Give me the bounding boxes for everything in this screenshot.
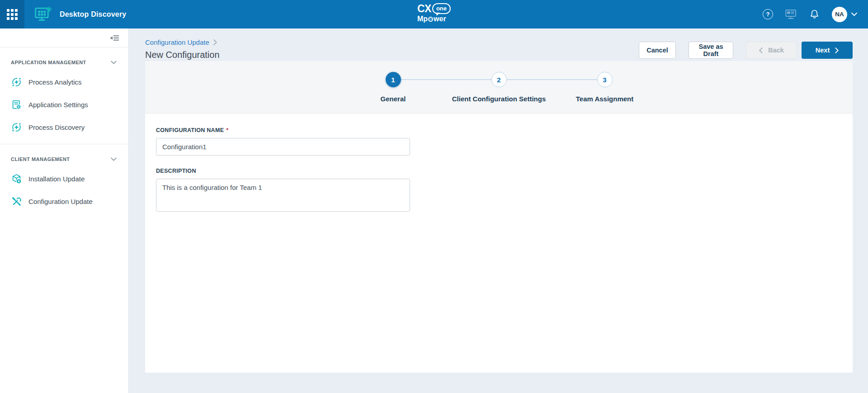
- topbar-actions: ? NA: [763, 7, 868, 22]
- notifications-button[interactable]: [809, 9, 820, 20]
- sidebar-item-process-analytics[interactable]: Process Analytics: [0, 71, 128, 93]
- sidebar-item-label: Configuration Update: [28, 198, 93, 205]
- stepper: 1 General 2 Client Configuration Setting…: [145, 61, 853, 114]
- configuration-name-label: CONFIGURATION NAME *: [156, 127, 853, 133]
- avatar: NA: [832, 7, 847, 22]
- process-discovery-icon: [11, 122, 22, 133]
- step-connector: [401, 79, 491, 80]
- chevron-left-icon: [759, 47, 763, 53]
- next-button[interactable]: Next: [802, 42, 853, 59]
- save-as-draft-button[interactable]: Save as Draft: [689, 42, 733, 59]
- process-analytics-icon: [11, 77, 22, 87]
- section-header-application-management[interactable]: APPLICATION MANAGEMENT: [0, 58, 128, 67]
- step-2-circle[interactable]: 2: [491, 72, 507, 87]
- action-buttons: Cancel Save as Draft Back Next: [639, 42, 853, 59]
- help-icon: ?: [763, 9, 773, 19]
- breadcrumb-link-configuration-update[interactable]: Configuration Update: [145, 38, 209, 46]
- chevron-right-icon: [835, 47, 839, 53]
- main-content: Configuration Update New Configuration C…: [129, 28, 868, 393]
- waffle-icon: [7, 9, 18, 20]
- sidebar-item-label: Installation Update: [28, 175, 85, 183]
- cxone-mpower-logo: CX one Mpwer: [417, 3, 451, 23]
- breadcrumb: Configuration Update: [145, 38, 220, 46]
- back-button[interactable]: Back: [746, 42, 797, 59]
- sidebar-item-label: Application Settings: [28, 101, 88, 109]
- sidebar-item-label: Process Analytics: [28, 78, 82, 86]
- desktop-discovery-app-icon: [34, 6, 53, 23]
- logo-one-bubble: one: [432, 3, 451, 14]
- logo-mpower-start: Mp: [417, 15, 428, 23]
- required-asterisk: *: [226, 127, 228, 133]
- section-header-client-management[interactable]: CLIENT MANAGEMENT: [0, 155, 128, 164]
- help-button[interactable]: ?: [763, 9, 773, 19]
- logo-cx-text: CX: [417, 4, 431, 14]
- user-menu[interactable]: NA: [832, 7, 857, 22]
- bell-icon: [809, 9, 820, 20]
- logo-robot-o-icon: [428, 17, 433, 22]
- step-connector: [507, 79, 597, 80]
- configuration-name-input[interactable]: [156, 138, 410, 156]
- chevron-down-icon: [111, 61, 117, 64]
- wizard-panel: 1 General 2 Client Configuration Setting…: [145, 61, 853, 373]
- screen-share-icon: [785, 9, 797, 20]
- cancel-button[interactable]: Cancel: [639, 42, 676, 59]
- step-3-label: Team Assignment: [576, 95, 634, 103]
- sidebar-item-label: Process Discovery: [28, 123, 85, 131]
- sidebar-item-application-settings[interactable]: Application Settings: [0, 93, 128, 116]
- sidebar-item-installation-update[interactable]: Installation Update: [0, 167, 128, 190]
- step-2-label: Client Configuration Settings: [452, 95, 546, 103]
- application-settings-icon: [11, 99, 22, 110]
- page-title: New Configuration: [145, 50, 220, 60]
- description-label: DESCRIPTION: [156, 168, 853, 174]
- breadcrumb-chevron-icon: [213, 39, 217, 45]
- installation-update-icon: [11, 174, 22, 184]
- sidebar-section-client-management: CLIENT MANAGEMENT: [0, 144, 128, 213]
- app-title: Desktop Discovery: [60, 10, 126, 19]
- chevron-down-icon: [851, 12, 857, 16]
- sidebar-item-configuration-update[interactable]: Configuration Update: [0, 190, 128, 213]
- configuration-update-icon: [11, 196, 22, 207]
- step-1-circle[interactable]: 1: [386, 72, 401, 87]
- app-launcher-button[interactable]: [0, 0, 24, 28]
- general-form: CONFIGURATION NAME * DESCRIPTION This is…: [145, 114, 853, 212]
- step-3-circle[interactable]: 3: [597, 72, 613, 87]
- collapse-sidebar-icon: [110, 34, 119, 42]
- topbar: Desktop Discovery CX one Mpwer ?: [0, 0, 868, 28]
- logo-mpower-end: wer: [434, 15, 446, 23]
- sidebar-item-process-discovery[interactable]: Process Discovery: [0, 116, 128, 138]
- step-general: 1 General: [386, 72, 401, 87]
- chevron-down-icon: [111, 157, 117, 161]
- sidebar: APPLICATION MANAGEMENT Process Analytics: [0, 28, 129, 393]
- description-textarea[interactable]: This is a configuration for Team 1: [156, 179, 410, 212]
- collapse-sidebar-button[interactable]: [110, 34, 119, 42]
- step-client-configuration-settings: 2 Client Configuration Settings: [491, 72, 507, 87]
- screen-share-button[interactable]: [785, 9, 797, 20]
- sidebar-section-application-management: APPLICATION MANAGEMENT Process Analytics: [0, 47, 128, 144]
- step-1-label: General: [381, 95, 406, 103]
- step-team-assignment: 3 Team Assignment: [597, 72, 613, 87]
